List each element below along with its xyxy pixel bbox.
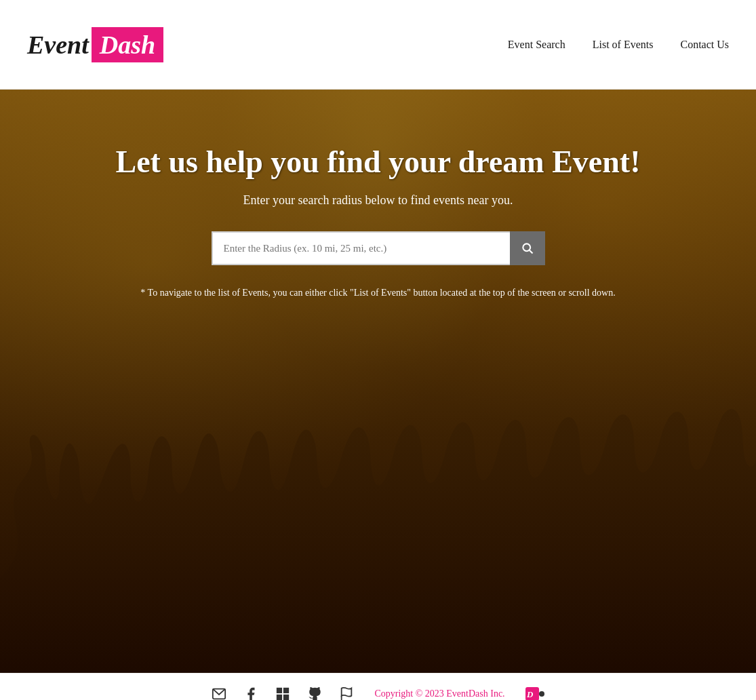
windows-icon[interactable] xyxy=(275,686,290,701)
logo-dash-text: Dash xyxy=(92,27,163,62)
hero-section: Let us help you find your dream Event! E… xyxy=(0,90,756,673)
svg-rect-4 xyxy=(283,687,289,693)
hero-subtitle: Enter your search radius below to find e… xyxy=(73,193,683,208)
svg-rect-3 xyxy=(277,687,282,693)
email-icon[interactable] xyxy=(212,686,226,701)
logo[interactable]: Event Dash xyxy=(27,27,163,62)
hero-title: Let us help you find your dream Event! xyxy=(73,144,683,180)
flag-icon[interactable] xyxy=(339,686,354,701)
logo-event-text: Event xyxy=(27,30,89,60)
svg-line-1 xyxy=(529,250,532,254)
site-header: Event Dash Event Search List of Events C… xyxy=(0,0,756,90)
svg-text:D: D xyxy=(526,689,534,699)
search-form xyxy=(73,231,683,265)
hero-note: * To navigate to the list of Events, you… xyxy=(73,286,683,300)
footer-logo: D xyxy=(525,687,544,701)
nav-list-of-events[interactable]: List of Events xyxy=(593,39,654,51)
search-button[interactable] xyxy=(510,231,545,265)
footer-social-icons xyxy=(212,686,354,701)
nav-event-search[interactable]: Event Search xyxy=(508,39,565,51)
svg-point-0 xyxy=(523,244,530,251)
radius-search-input[interactable] xyxy=(212,231,510,265)
github-icon[interactable] xyxy=(307,686,322,701)
footer-copyright: Copyright © 2023 EventDash Inc. xyxy=(374,688,504,699)
svg-rect-6 xyxy=(283,694,289,699)
hero-content: Let us help you find your dream Event! E… xyxy=(73,90,683,300)
site-footer: Copyright © 2023 EventDash Inc. D xyxy=(0,673,756,700)
search-icon xyxy=(521,241,534,255)
main-nav: Event Search List of Events Contact Us xyxy=(508,39,729,51)
svg-point-10 xyxy=(539,691,544,697)
svg-rect-5 xyxy=(277,694,282,699)
facebook-icon[interactable] xyxy=(243,686,258,701)
footer-logo-icon: D xyxy=(525,687,544,701)
nav-contact-us[interactable]: Contact Us xyxy=(680,39,729,51)
